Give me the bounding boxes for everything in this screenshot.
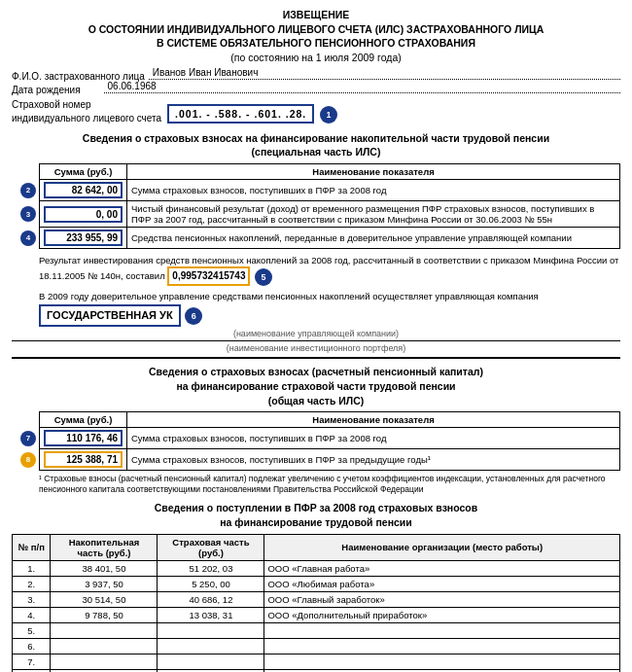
section3-row-4: 4. 9 788, 50 13 038, 31 ООО «Дополнитель…	[13, 607, 620, 622]
section2-title2: на финансирование страховой части трудов…	[12, 379, 620, 394]
section3-row-3: 3. 30 514, 50 40 686, 12 ООО «Главный за…	[13, 591, 620, 607]
section1-col2-header: Наименование показателя	[127, 164, 620, 180]
section2-table-area: Сумма (руб.) Наименование показателя 7 1…	[39, 411, 620, 495]
section2-header: Сведения о страховых взносах (расчетный …	[12, 365, 620, 407]
s1-value-2: 0, 00	[44, 206, 123, 223]
s1-value-3: 233 955, 99	[44, 230, 123, 246]
s2-desc-1: Сумма страховых взносов, поступивших в П…	[127, 428, 620, 449]
dob-value: 06.06.1968	[108, 81, 157, 91]
section3-header: Сведения о поступлении в ПФР за 2008 год…	[12, 501, 620, 529]
fio-row: Ф.И.О. застрахованного лица Иванов Иван …	[12, 71, 620, 82]
section1-header: Сведения о страховых взносах на финансир…	[12, 131, 620, 159]
dob-label: Дата рождения	[12, 85, 81, 95]
fio-value: Иванов Иван Иванович	[153, 67, 259, 78]
section3-title2: на финансирование трудовой пенсии	[12, 515, 620, 530]
section2-col2-header: Наименование показателя	[127, 412, 620, 428]
company-line: В 2009 году доверительное управление сре…	[39, 289, 620, 327]
section2-title3: (общая часть ИЛС)	[12, 394, 620, 408]
section3-table: № п/п Накопительная часть (руб.) Страхов…	[12, 534, 620, 672]
col-num-header: № п/п	[13, 534, 51, 560]
page-title: ИЗВЕЩЕНИЕ О СОСТОЯНИИ ИНДИВИДУАЛЬНОГО ЛИ…	[12, 8, 620, 65]
badge-5: 5	[255, 268, 272, 286]
s1-desc-2: Чистый финансовый результат (доход) от в…	[127, 201, 620, 228]
section3-title1: Сведения о поступлении в ПФР за 2008 год…	[12, 501, 620, 515]
col-org-header: Наименование организации (место работы)	[264, 534, 620, 560]
s2-value-1: 110 176, 46	[44, 430, 123, 446]
section2-row-2: 8 125 388, 71 Сумма страховых взносов, п…	[40, 449, 620, 471]
section2-table: Сумма (руб.) Наименование показателя 7 1…	[39, 411, 620, 471]
badge-6: 6	[185, 307, 202, 325]
snils-row: Страховой номериндивидуального лицевого …	[12, 98, 620, 125]
result-value: 0,995732415743	[167, 266, 250, 286]
s1-desc-1: Сумма страховых взносов, поступивших в П…	[127, 180, 620, 201]
section1-row-1: 2 82 642, 00 Сумма страховых взносов, по…	[40, 180, 620, 201]
title-line1: ИЗВЕЩЕНИЕ	[12, 8, 620, 22]
s1-value-1: 82 642, 00	[44, 182, 123, 198]
snils-value: .001. - .588. - .601. .28.	[167, 104, 314, 124]
section3-row-6: 6.	[13, 638, 620, 654]
col-strah-header: Страховая часть (руб.)	[158, 534, 264, 560]
title-line3: В СИСТЕМЕ ОБЯЗАТЕЛЬНОГО ПЕНСИОННОГО СТРА…	[12, 36, 620, 51]
section1-title2: (специальная часть ИЛС)	[12, 145, 620, 159]
section1-table: Сумма (руб.) Наименование показателя 2 8…	[39, 163, 620, 249]
s2-desc-2: Сумма страховых взносов, поступивших в П…	[127, 449, 620, 471]
s2-value-2: 125 388, 71	[44, 451, 123, 468]
section1-row-3: 4 233 955, 99 Средства пенсионных накопл…	[40, 228, 620, 249]
company-sublabel: (наименование управляющей компании)	[12, 329, 620, 338]
section3-row-5: 5.	[13, 622, 620, 638]
badge-4: 4	[20, 230, 36, 246]
badge-8: 8	[20, 452, 36, 468]
title-line2: О СОСТОЯНИИ ИНДИВИДУАЛЬНОГО ЛИЦЕВОГО СЧЕ…	[12, 22, 620, 37]
portfolio-label: (наименование инвестиционного портфеля)	[12, 343, 620, 353]
section1-col1-header: Сумма (руб.)	[40, 164, 127, 180]
section1-row-2: 3 0, 00 Чистый финансовый результат (дох…	[40, 201, 620, 228]
badge-2: 2	[20, 183, 36, 198]
company-name: ГОСУДАРСТВЕННАЯ УК	[39, 304, 181, 328]
badge-1: 1	[320, 106, 337, 124]
badge-7: 7	[20, 431, 36, 446]
dob-row: Дата рождения 06.06.1968	[12, 85, 620, 95]
snils-label: Страховой номериндивидуального лицевого …	[12, 98, 161, 125]
section2-col1-header: Сумма (руб.)	[40, 412, 127, 428]
section2-row-1: 7 110 176, 46 Сумма страховых взносов, п…	[40, 428, 620, 449]
section2-footnote: ¹ Страховые взносы (расчетный пенсионный…	[39, 474, 620, 495]
section1-title1: Сведения о страховых взносах на финансир…	[12, 131, 620, 146]
title-line4: (по состоянию на 1 июля 2009 года)	[12, 51, 620, 65]
s1-desc-3: Средства пенсионных накоплений, переданн…	[127, 228, 620, 249]
section1-table-area: Сумма (руб.) Наименование показателя 2 8…	[39, 163, 620, 249]
result-line: Результат инвестирования средств пенсион…	[39, 254, 620, 286]
section3-row-1: 1. 38 401, 50 51 202, 03 ООО «Главная ра…	[13, 560, 620, 576]
section3-row-2: 2. 3 937, 50 5 250, 00 ООО «Любимая рабо…	[13, 576, 620, 591]
company-prefix: В 2009 году доверительное управление сре…	[39, 291, 539, 301]
badge-3: 3	[20, 206, 36, 222]
section3-row-7: 7.	[13, 654, 620, 669]
col-nakop-header: Накопительная часть (руб.)	[51, 534, 158, 560]
result-prefix: Результат инвестирования средств пенсион…	[39, 255, 618, 281]
section2-title1: Сведения о страховых взносах (расчетный …	[12, 365, 620, 379]
